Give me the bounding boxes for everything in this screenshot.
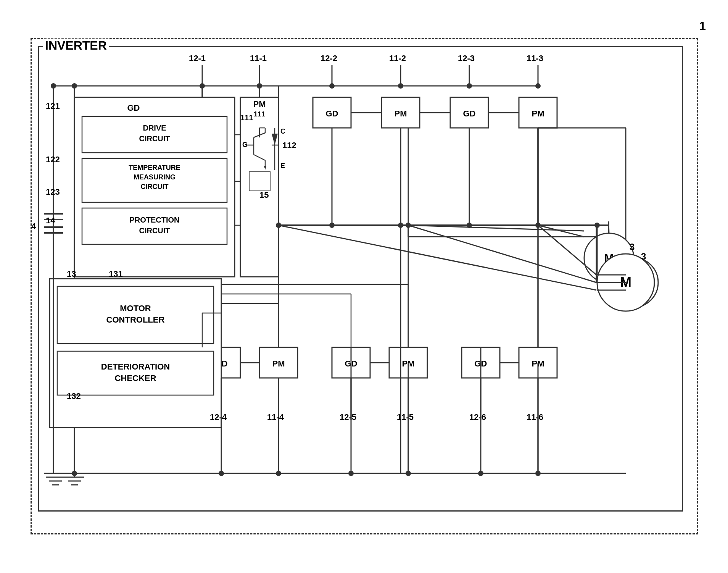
component-1-label: 1 (699, 19, 706, 33)
inverter-label: INVERTER (43, 39, 109, 53)
inverter-box: INVERTER (38, 46, 683, 512)
diagram-container: 1 INVERTER (15, 15, 710, 557)
